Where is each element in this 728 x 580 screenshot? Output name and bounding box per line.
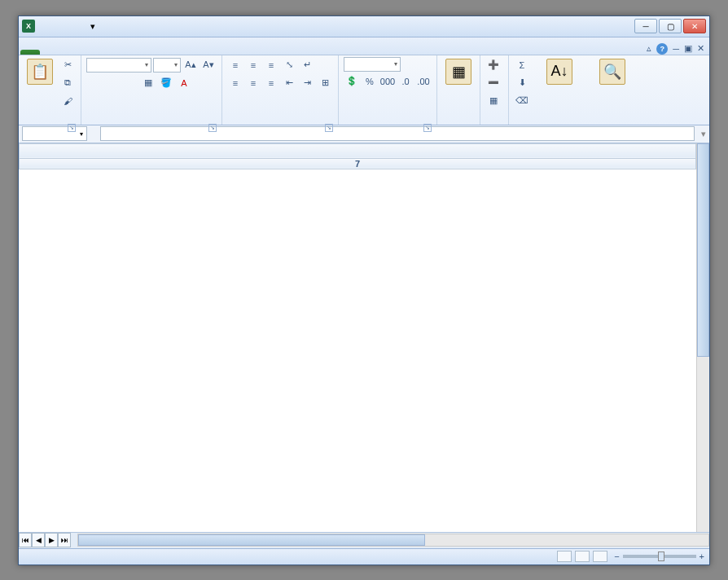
- formula-input[interactable]: [100, 126, 695, 141]
- group-label-number: ↘: [344, 123, 432, 125]
- cut-icon[interactable]: ✂: [59, 57, 76, 73]
- quick-access-toolbar: X ▾: [22, 19, 100, 33]
- worksheet[interactable]: 7: [19, 143, 696, 532]
- group-label-cells: [485, 123, 503, 125]
- indent-inc-icon[interactable]: ⇥: [299, 75, 315, 91]
- status-bar: − +: [19, 548, 709, 565]
- copy-icon[interactable]: ⧉: [59, 75, 76, 91]
- group-styles: ▦: [437, 55, 480, 125]
- currency-icon[interactable]: 💲: [344, 73, 360, 90]
- dec-decimal-icon[interactable]: .00: [415, 73, 432, 90]
- launcher-icon[interactable]: ↘: [208, 124, 217, 132]
- wrap-text-icon[interactable]: ↵: [299, 57, 315, 73]
- grow-font-icon[interactable]: A▴: [182, 57, 199, 73]
- vertical-scrollbar[interactable]: [696, 143, 709, 532]
- excel-window: X ▾ ─ ▢ ✕ ▵ ? ─ ▣ ✕ 📋: [18, 15, 710, 565]
- find-icon: 🔍: [599, 59, 625, 85]
- sheet-tab-bar: ⏮ ◀ ▶ ⏭: [19, 532, 709, 548]
- font-size-combo[interactable]: ▾: [153, 58, 181, 72]
- styles-icon: ▦: [445, 59, 471, 85]
- horizontal-scrollbar[interactable]: [77, 534, 709, 547]
- delete-cells-icon[interactable]: ➖: [485, 75, 502, 91]
- merge-icon[interactable]: ⊞: [317, 75, 333, 91]
- maximize-button[interactable]: ▢: [659, 19, 682, 33]
- excel-icon: X: [22, 20, 35, 33]
- format-painter-icon[interactable]: 🖌: [59, 93, 76, 109]
- group-label-editing: [514, 123, 636, 125]
- italic-button[interactable]: [104, 75, 121, 91]
- grid-area: 7: [19, 143, 709, 532]
- launcher-icon[interactable]: ↘: [68, 124, 76, 132]
- window-controls: ─ ▢ ✕: [634, 19, 706, 33]
- align-bottom-icon[interactable]: ≡: [263, 57, 279, 73]
- styles-button[interactable]: ▦: [442, 57, 475, 88]
- align-right-icon[interactable]: ≡: [263, 75, 279, 91]
- indent-dec-icon[interactable]: ⇤: [281, 75, 297, 91]
- font-color-button[interactable]: A: [176, 75, 192, 91]
- view-pagebreak-icon[interactable]: [593, 551, 607, 562]
- titlebar: X ▾ ─ ▢ ✕: [19, 16, 709, 37]
- formula-expand-icon[interactable]: ▾: [698, 129, 709, 139]
- file-tab[interactable]: [20, 50, 40, 55]
- clear-icon[interactable]: ⌫: [514, 93, 530, 109]
- tab-nav-last-icon[interactable]: ⏭: [58, 533, 71, 547]
- ribbon-minimize-icon[interactable]: ▵: [647, 43, 651, 54]
- view-layout-icon[interactable]: [575, 551, 590, 562]
- number-format-combo[interactable]: ▾: [344, 57, 401, 72]
- zoom-slider[interactable]: [623, 555, 696, 558]
- insert-cells-icon[interactable]: ➕: [485, 57, 502, 73]
- group-alignment: ≡ ≡ ≡ ⤡ ↵ ≡ ≡ ≡ ⇤ ⇥ ⊞ ↘: [222, 55, 339, 125]
- group-label-font: ↘: [86, 123, 217, 125]
- fill-color-button[interactable]: 🪣: [158, 75, 174, 91]
- group-number: ▾ 💲 % 000 .0 .00 ↘: [339, 55, 437, 125]
- clipboard-icon: 📋: [27, 59, 53, 85]
- font-name-combo[interactable]: ▾: [86, 58, 151, 72]
- sort-icon: A↓: [546, 59, 572, 85]
- inc-decimal-icon[interactable]: .0: [397, 73, 414, 90]
- align-center-icon[interactable]: ≡: [245, 75, 261, 91]
- qat-save-icon[interactable]: [37, 19, 51, 33]
- zoom-out-icon[interactable]: −: [614, 551, 619, 561]
- group-cells: ➕ ➖ ▦: [480, 55, 509, 125]
- border-button[interactable]: ▦: [140, 75, 156, 91]
- doc-close-icon[interactable]: ✕: [697, 43, 704, 54]
- ribbon-tabs: ▵ ? ─ ▣ ✕: [19, 37, 709, 55]
- orientation-icon[interactable]: ⤡: [281, 57, 297, 73]
- group-font: ▾ ▾ A▴ A▾ ▦ 🪣 A ↘: [81, 55, 222, 125]
- shrink-font-icon[interactable]: A▾: [200, 57, 217, 73]
- underline-button[interactable]: [122, 75, 138, 91]
- launcher-icon[interactable]: ↘: [423, 124, 432, 132]
- group-label-clipboard: ↘: [24, 123, 76, 125]
- tab-nav-first-icon[interactable]: ⏮: [19, 533, 32, 547]
- format-cells-icon[interactable]: ▦: [485, 93, 502, 109]
- group-clipboard: 📋 ✂ ⧉ 🖌 ↘: [19, 55, 81, 125]
- group-label-alignment: ↘: [227, 123, 333, 125]
- minimize-button[interactable]: ─: [634, 19, 657, 33]
- help-icon[interactable]: ?: [656, 43, 668, 55]
- formula-bar: ▾ ▾: [19, 125, 709, 143]
- align-top-icon[interactable]: ≡: [227, 57, 243, 73]
- find-select-button[interactable]: 🔍: [589, 57, 636, 88]
- fill-icon[interactable]: ⬇: [514, 75, 530, 91]
- align-middle-icon[interactable]: ≡: [245, 57, 261, 73]
- qat-undo-icon[interactable]: [53, 19, 68, 33]
- group-editing: Σ ⬇ ⌫ A↓ 🔍: [509, 55, 641, 125]
- zoom-in-icon[interactable]: +: [699, 551, 704, 561]
- view-normal-icon[interactable]: [557, 551, 572, 562]
- qat-more-icon[interactable]: ▾: [86, 19, 100, 33]
- autosum-icon[interactable]: Σ: [514, 57, 530, 73]
- sort-filter-button[interactable]: A↓: [533, 57, 585, 88]
- tab-nav-prev-icon[interactable]: ◀: [32, 533, 45, 547]
- align-left-icon[interactable]: ≡: [227, 75, 243, 91]
- launcher-icon[interactable]: ↘: [325, 124, 333, 132]
- comma-icon[interactable]: 000: [379, 73, 396, 90]
- tab-nav-next-icon[interactable]: ▶: [45, 533, 58, 547]
- paste-button[interactable]: 📋: [24, 57, 56, 88]
- name-box[interactable]: ▾: [22, 126, 87, 141]
- qat-redo-icon[interactable]: [69, 19, 84, 33]
- doc-minimize-icon[interactable]: ─: [673, 44, 679, 54]
- close-button[interactable]: ✕: [683, 19, 706, 33]
- doc-restore-icon[interactable]: ▣: [684, 43, 692, 54]
- bold-button[interactable]: [86, 75, 103, 91]
- percent-icon[interactable]: %: [362, 73, 378, 90]
